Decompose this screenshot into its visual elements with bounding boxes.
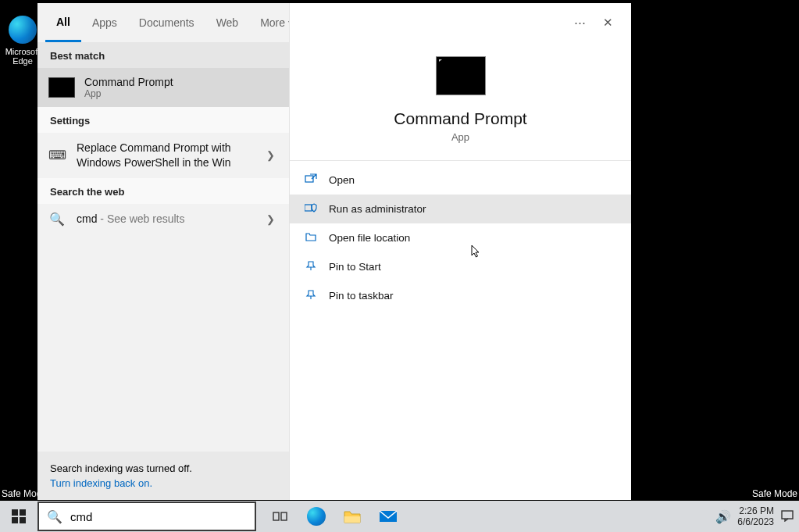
web-result-text: cmd - See web results [77, 212, 252, 225]
result-preview: Command Prompt App [290, 42, 631, 161]
taskbar-search[interactable]: 🔍 [37, 502, 256, 531]
edge-icon [9, 16, 37, 44]
preview-actions: Open Run as administrator Open file loca… [290, 161, 631, 315]
result-subtitle: App [84, 88, 173, 99]
indexing-status: Search indexing was turned off. [50, 462, 192, 474]
taskbar-mail[interactable] [370, 501, 406, 532]
search-header-right: ⋯ ✕ [290, 3, 631, 42]
cmd-preview-icon [436, 56, 486, 95]
system-tray: 🔊 2:26 PM 6/6/2023 [715, 501, 799, 532]
action-label: Pin to taskbar [329, 290, 394, 302]
more-options-button[interactable]: ⋯ [565, 9, 594, 37]
settings-item-replace-cmd[interactable]: ⌨ Replace Command Prompt with Windows Po… [37, 133, 289, 178]
start-search-panel: All Apps Documents Web More ▾ Best match… [37, 3, 631, 500]
taskbar: 🔍 🔊 2:26 PM 6/6/2023 [0, 501, 799, 532]
result-text: Command Prompt App [84, 76, 173, 99]
clock-date: 6/6/2023 [737, 516, 774, 527]
search-tabs: All Apps Documents Web More ▾ [37, 3, 289, 42]
settings-item-text: Replace Command Prompt with Windows Powe… [77, 141, 252, 170]
chevron-right-icon: ❯ [263, 149, 278, 161]
preview-title: Command Prompt [290, 109, 631, 128]
section-best-match: Best match [37, 42, 289, 68]
section-settings: Settings [37, 107, 289, 133]
search-icon: 🔍 [47, 509, 62, 524]
web-query: cmd [77, 212, 97, 225]
result-title: Command Prompt [84, 76, 173, 88]
svg-rect-6 [782, 511, 793, 519]
tab-more-label: More [260, 16, 285, 29]
tab-all[interactable]: All [45, 3, 81, 42]
chevron-right-icon: ❯ [263, 213, 278, 225]
tab-documents[interactable]: Documents [128, 3, 205, 42]
search-icon: 🔍 [48, 212, 66, 227]
clock-time: 2:26 PM [737, 505, 774, 516]
action-label: Run as administrator [329, 203, 426, 215]
action-run-administrator[interactable]: Run as administrator [290, 195, 631, 223]
mail-icon [378, 509, 398, 524]
search-right-pane: ⋯ ✕ Command Prompt App Open [289, 3, 631, 500]
action-label: Open [329, 174, 355, 186]
cmd-thumbnail-icon [48, 77, 75, 98]
start-button[interactable] [0, 501, 37, 532]
tab-web[interactable]: Web [205, 3, 250, 42]
windows-logo-icon [12, 509, 26, 523]
desktop: Microsoft Edge Safe Mode Safe Mode All A… [0, 0, 799, 532]
settings-line1: Replace Command Prompt with [77, 141, 231, 154]
folder-icon [304, 231, 318, 245]
action-label: Pin to Start [329, 261, 381, 273]
svg-rect-2 [273, 512, 279, 520]
pin-icon [304, 260, 318, 273]
action-center-icon[interactable] [780, 509, 794, 524]
task-view-button[interactable] [262, 501, 298, 532]
action-pin-start[interactable]: Pin to Start [290, 252, 631, 281]
taskbar-file-explorer[interactable] [334, 501, 370, 532]
section-search-web: Search the web [37, 178, 289, 204]
search-input[interactable] [70, 510, 247, 523]
indexing-link[interactable]: Turn indexing back on. [50, 477, 276, 489]
edge-icon [307, 507, 326, 526]
tab-apps[interactable]: Apps [81, 3, 128, 42]
svg-rect-4 [344, 516, 360, 523]
indexing-notice: Search indexing was turned off. Turn ind… [37, 452, 289, 500]
pin-icon [304, 289, 318, 302]
action-open[interactable]: Open [290, 166, 631, 195]
close-button[interactable]: ✕ [594, 9, 622, 37]
shield-icon [304, 202, 318, 216]
svg-rect-3 [281, 512, 287, 520]
desktop-icon-label: Microsoft Edge [3, 47, 42, 66]
result-command-prompt[interactable]: Command Prompt App [37, 68, 289, 107]
svg-rect-1 [305, 205, 312, 211]
preview-subtitle: App [290, 131, 631, 143]
taskbar-app-icons [256, 501, 406, 532]
action-pin-taskbar[interactable]: Pin to taskbar [290, 281, 631, 310]
search-left-pane: All Apps Documents Web More ▾ Best match… [37, 3, 289, 500]
taskbar-clock[interactable]: 2:26 PM 6/6/2023 [737, 505, 774, 528]
action-label: Open file location [329, 232, 410, 244]
volume-icon[interactable]: 🔊 [715, 509, 731, 524]
settings-line2: Windows PowerShell in the Win [77, 156, 231, 169]
safe-mode-text-right: Safe Mode [752, 488, 797, 499]
desktop-icon-edge[interactable]: Microsoft Edge [3, 16, 42, 66]
action-open-file-location[interactable]: Open file location [290, 223, 631, 252]
web-result-cmd[interactable]: 🔍 cmd - See web results ❯ [37, 204, 289, 234]
taskbar-edge[interactable] [298, 501, 334, 532]
folder-icon [343, 509, 362, 524]
open-icon [304, 173, 318, 187]
keyboard-icon: ⌨ [48, 148, 66, 162]
web-suffix: - See web results [97, 212, 184, 225]
